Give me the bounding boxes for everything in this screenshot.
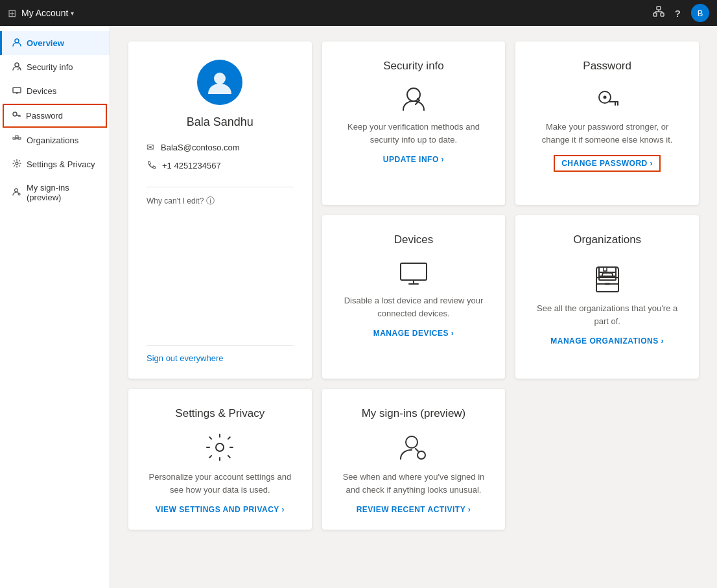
update-info-link[interactable]: UPDATE INFO › [383,155,444,164]
topbar-title[interactable]: My Account ▾ [21,8,74,18]
organization-icon[interactable] [653,6,664,20]
profile-avatar [197,60,242,105]
security-info-title: Security info [383,60,444,73]
password-icon-area [593,84,622,113]
svg-rect-0 [657,6,661,10]
sidebar-item-security-info[interactable]: Security info [0,55,110,79]
svg-rect-34 [401,263,427,280]
sidebar-item-organizations[interactable]: Organizations [0,128,110,152]
help-icon[interactable]: ? [675,8,681,19]
sidebar-label-overview: Overview [27,38,64,48]
why-cant-edit: Why can't I edit? ⓘ [147,195,215,207]
svg-point-27 [214,73,226,84]
settings-icon [12,159,21,170]
sidebar-item-settings-privacy[interactable]: Settings & Privacy [0,152,110,176]
password-desc: Make your password stronger, or change i… [531,121,683,146]
settings-icon-area [204,432,235,463]
settings-privacy-title: Settings & Privacy [175,407,264,420]
my-sign-ins-icon-area [397,432,430,463]
profile-phone-row: +1 4251234567 [147,160,294,171]
svg-point-45 [216,443,224,451]
settings-privacy-desc: Personalize your account settings and se… [144,471,296,496]
password-card: Password Make your password stronger, or… [515,41,699,205]
password-icon [12,110,21,121]
sign-out-everywhere-link[interactable]: Sign out everywhere [147,353,224,363]
svg-rect-17 [16,135,18,137]
org-icon [12,135,21,146]
sidebar-label-security-info: Security info [27,62,73,72]
svg-point-12 [13,112,17,116]
topbar-title-text: My Account [21,8,68,18]
profile-divider-1 [147,187,294,187]
svg-line-26 [18,192,19,193]
app-layout: Overview Security info Devic [0,26,717,588]
avatar-letter: B [698,8,703,18]
organizations-title: Organizations [573,233,641,246]
security-info-card: Security info Keep your verification met… [322,41,506,205]
devices-card: Devices Disable a lost device and review… [322,215,506,379]
svg-point-33 [603,96,606,99]
sidebar-item-devices[interactable]: Devices [0,79,110,103]
devices-title: Devices [394,233,433,246]
sign-ins-icon [12,187,21,198]
info-icon[interactable]: ⓘ [206,195,215,207]
topbar: ⊞ My Account ▾ ? B [0,0,717,26]
svg-rect-9 [13,88,21,93]
svg-point-47 [417,451,425,459]
user-avatar[interactable]: B [691,4,709,22]
devices-desc: Disable a lost device and review your co… [338,294,490,320]
svg-point-8 [15,63,19,67]
profile-name: Bala Sandhu [147,115,294,129]
svg-rect-1 [653,13,657,16]
profile-card: Bala Sandhu ✉ BalaS@contoso.com +1 42512… [128,41,312,379]
my-sign-ins-title: My sign-ins (preview) [362,407,466,420]
email-icon: ✉ [147,142,154,152]
profile-email: BalaS@contoso.com [161,143,240,152]
manage-organizations-link[interactable]: MANAGE ORGANIZATIONS › [550,336,664,346]
grid-icon[interactable]: ⊞ [8,7,16,19]
organizations-desc: See all the organizations that you're a … [531,302,683,327]
organizations-card: Organizations [515,215,699,379]
profile-email-row: ✉ BalaS@contoso.com [147,142,294,152]
phone-icon [147,160,156,171]
security-info-icon [12,62,21,73]
sidebar-label-password: Password [26,111,63,121]
devices-icon-area [397,258,430,287]
manage-devices-link[interactable]: MANAGE DEVICES › [373,329,454,338]
sidebar: Overview Security info Devic [0,26,110,588]
sidebar-label-my-sign-ins: My sign-ins (preview) [27,183,99,202]
main-content: Bala Sandhu ✉ BalaS@contoso.com +1 42512… [110,26,717,588]
password-title: Password [583,60,631,73]
sidebar-item-overview[interactable]: Overview [0,31,110,55]
topbar-right: ? B [653,4,709,22]
settings-privacy-card: Settings & Privacy Personalize your acco… [128,389,312,530]
svg-point-23 [16,162,18,165]
topbar-left: ⊞ My Account ▾ [8,7,74,19]
sidebar-label-organizations: Organizations [27,135,78,145]
svg-point-7 [15,39,19,43]
svg-point-24 [15,189,18,192]
overview-icon [12,38,21,49]
sidebar-item-my-sign-ins[interactable]: My sign-ins (preview) [0,176,110,209]
review-recent-activity-link[interactable]: REVIEW RECENT ACTIVITY › [357,505,471,514]
topbar-chevron-icon: ▾ [71,10,74,17]
sidebar-item-password[interactable]: Password [3,104,107,128]
sidebar-label-devices: Devices [27,86,56,96]
svg-line-48 [416,449,418,451]
svg-rect-2 [661,13,664,16]
devices-icon [12,86,21,97]
view-settings-privacy-link[interactable]: VIEW SETTINGS AND PRIVACY › [156,505,285,514]
profile-phone: +1 4251234567 [162,161,221,171]
card-grid: Bala Sandhu ✉ BalaS@contoso.com +1 42512… [128,41,699,530]
svg-point-46 [406,436,417,448]
profile-divider-2 [147,345,294,346]
security-info-icon-area [399,84,428,113]
my-sign-ins-desc: See when and where you've signed in and … [338,471,490,496]
my-sign-ins-card: My sign-ins (preview) See when and where… [322,389,506,530]
sidebar-label-settings-privacy: Settings & Privacy [27,159,95,169]
change-password-link[interactable]: CHANGE PASSWORD › [554,155,661,172]
security-info-desc: Keep your verification methods and secur… [338,121,490,146]
briefcase-icon-override [591,266,624,294]
